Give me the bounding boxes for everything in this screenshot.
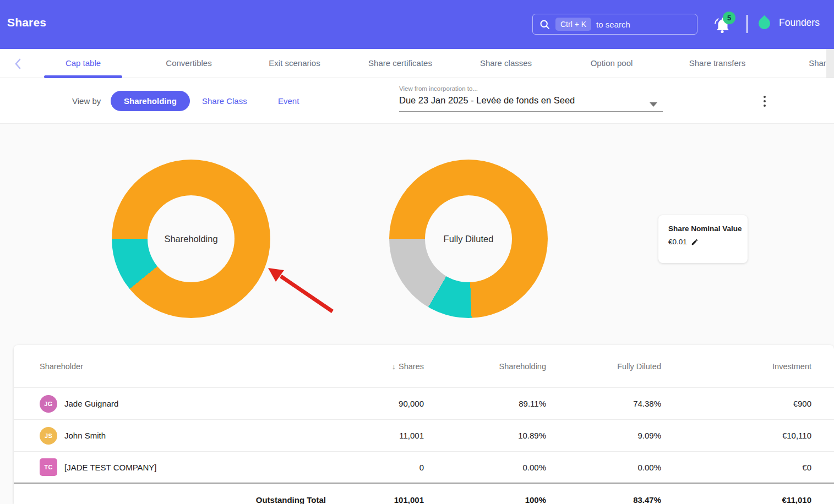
table-row[interactable]: JG Jade Guignard 90,000 89.11% 74.38% €9… xyxy=(14,388,834,420)
avatar: JG xyxy=(40,395,57,413)
search-placeholder: to search xyxy=(596,20,630,29)
top-header: Shares Ctrl + K to search 5 xyxy=(0,0,834,49)
cell-fully-diluted: 9.09% xyxy=(546,431,661,440)
cell-investment: €10,110 xyxy=(661,431,811,440)
search-shortcut-badge: Ctrl + K xyxy=(555,18,591,31)
fully-diluted-donut-title: Fully Diluted xyxy=(389,160,548,318)
tab-share-splits-partial[interactable]: Share s xyxy=(770,49,834,78)
avatar: JS xyxy=(40,427,57,445)
kebab-dot xyxy=(764,96,766,98)
dropdown-caret-icon xyxy=(650,102,657,107)
tabs-strip: Cap table Convertibles Exit scenarios Sh… xyxy=(30,49,834,78)
cell-fully-diluted: 74.38% xyxy=(546,399,661,408)
outstanding-total-row: Outstanding Total 101,001 100% 83.47% €1… xyxy=(14,484,834,504)
total-shareholding: 100% xyxy=(424,495,546,504)
table-header-row: Shareholder ↓Shares Shareholding Fully D… xyxy=(14,345,834,388)
header-divider xyxy=(746,15,748,33)
col-shareholding[interactable]: Shareholding xyxy=(424,362,546,371)
fully-diluted-donut-chart[interactable]: Fully Diluted xyxy=(389,160,548,318)
period-select-label: View from incorporation to... xyxy=(399,85,663,92)
charts-section: Shareholding Fully Diluted Share Nominal… xyxy=(0,124,834,345)
cell-fully-diluted: 0.00% xyxy=(546,463,661,472)
section-tabbar: Cap table Convertibles Exit scenarios Sh… xyxy=(0,49,834,78)
cell-shares: 90,000 xyxy=(326,399,424,408)
search-input[interactable]: Ctrl + K to search xyxy=(532,14,697,35)
red-arrow-annotation xyxy=(259,260,339,318)
avatar: TC xyxy=(40,458,57,476)
search-icon xyxy=(539,19,550,30)
cell-shareholding: 10.89% xyxy=(424,431,546,440)
workspace-menu[interactable]: Founders xyxy=(779,17,820,29)
period-select[interactable]: View from incorporation to... Due 23 Jan… xyxy=(399,85,663,112)
cell-shareholding: 0.00% xyxy=(424,463,546,472)
cell-shares: 11,001 xyxy=(326,431,424,440)
col-fully-diluted[interactable]: Fully Diluted xyxy=(546,362,661,371)
sort-desc-icon[interactable]: ↓ xyxy=(392,362,396,371)
page-title: Shares xyxy=(7,16,46,29)
cell-shareholding: 89.11% xyxy=(424,399,546,408)
tab-exit-scenarios[interactable]: Exit scenarios xyxy=(242,49,347,78)
cell-shares: 0 xyxy=(326,463,424,472)
shareholder-name: Jade Guignard xyxy=(64,399,118,408)
nominal-value-title: Share Nominal Value xyxy=(668,224,748,233)
kebab-dot xyxy=(764,105,766,107)
workspace-drop-icon xyxy=(756,15,773,32)
view-mode-event-button[interactable]: Event xyxy=(278,96,299,106)
period-select-value: Due 23 Jan 2025 - Levée de fonds en Seed xyxy=(399,95,663,112)
nominal-value: €0.01 xyxy=(668,238,687,246)
kebab-dot xyxy=(764,100,766,103)
tab-cap-table[interactable]: Cap table xyxy=(30,49,136,78)
tab-share-certificates[interactable]: Share certificates xyxy=(347,49,453,78)
view-mode-shareholding-button[interactable]: Shareholding xyxy=(111,91,190,111)
total-fully-diluted: 83.47% xyxy=(546,495,661,504)
shareholder-name: [JADE TEST COMPANY] xyxy=(64,463,157,472)
col-shares[interactable]: ↓Shares xyxy=(326,362,424,371)
view-mode-share-class-button[interactable]: Share Class xyxy=(202,96,247,106)
cell-investment: €900 xyxy=(661,399,811,408)
shareholding-donut-title: Shareholding xyxy=(112,160,270,318)
notifications-button[interactable]: 5 xyxy=(712,13,737,37)
share-nominal-value-card: Share Nominal Value €0.01 xyxy=(658,215,748,263)
shareholder-name: John Smith xyxy=(64,431,106,440)
tab-share-classes[interactable]: Share classes xyxy=(453,49,559,78)
view-by-label: View by xyxy=(72,96,101,106)
col-shareholder: Shareholder xyxy=(40,362,326,371)
pencil-icon xyxy=(691,238,699,246)
back-chevron-icon[interactable] xyxy=(14,58,22,69)
table-row[interactable]: TC [JADE TEST COMPANY] 0 0.00% 0.00% €0 xyxy=(14,452,834,484)
tab-convertibles[interactable]: Convertibles xyxy=(136,49,242,78)
edit-nominal-value-button[interactable] xyxy=(691,238,699,246)
more-options-button[interactable] xyxy=(760,92,770,110)
shareholding-donut-chart[interactable]: Shareholding xyxy=(112,160,270,318)
view-controls-bar: View by Shareholding Share Class Event V… xyxy=(0,78,834,124)
cap-table-card: Shareholder ↓Shares Shareholding Fully D… xyxy=(14,345,834,504)
total-investment: €11,010 xyxy=(661,495,811,504)
tab-share-transfers[interactable]: Share transfers xyxy=(664,49,770,78)
col-investment[interactable]: Investment xyxy=(661,362,811,371)
notification-count-badge: 5 xyxy=(723,12,735,24)
cell-investment: €0 xyxy=(661,463,811,472)
tab-option-pool[interactable]: Option pool xyxy=(559,49,664,78)
shares-page: Shares Ctrl + K to search 5 xyxy=(0,0,834,504)
table-row[interactable]: JS John Smith 11,001 10.89% 9.09% €10,11… xyxy=(14,420,834,452)
total-shares: 101,001 xyxy=(326,495,424,504)
total-label: Outstanding Total xyxy=(40,495,326,504)
